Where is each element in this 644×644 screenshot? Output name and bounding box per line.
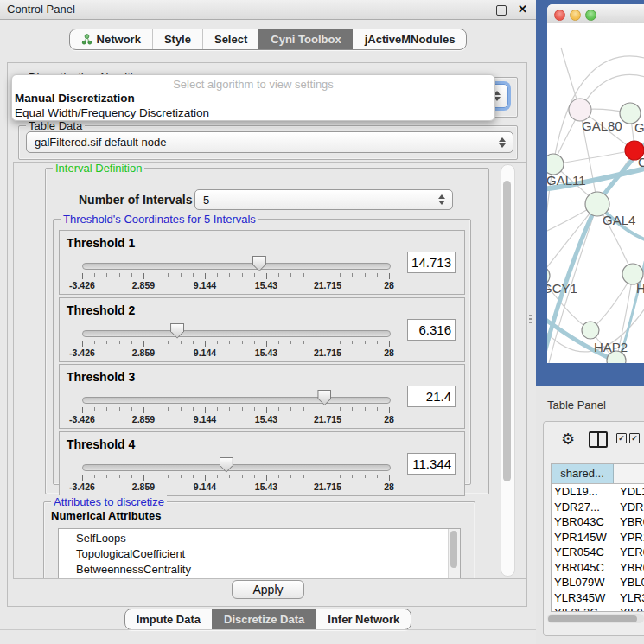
slider-track[interactable] — [82, 263, 391, 270]
network-node-label: GA — [634, 120, 644, 135]
close-icon[interactable]: ✕ — [518, 0, 527, 19]
table-hscrollbar[interactable] — [547, 614, 644, 623]
threshold-row: Threshold 2-3.4262.8599.14415.4321.71528… — [59, 297, 465, 362]
list-item-selfloops[interactable]: SelfLoops — [59, 531, 460, 546]
network-icon — [81, 34, 92, 45]
table-row[interactable]: YER054CYER0 — [552, 545, 644, 560]
threshold-value-field[interactable]: 6.316 — [407, 319, 456, 341]
slider-track[interactable] — [82, 464, 391, 471]
checkbox-icon-1[interactable]: ✓ — [616, 433, 627, 443]
slider-tick-label: -3.426 — [69, 348, 95, 358]
screen: Control Panel ✕ NetworkStyleSelectCyni T… — [0, 0, 644, 644]
slider-tick-label: 2.859 — [132, 481, 155, 492]
tab-jactivemnodules[interactable]: jActiveMNodules — [353, 29, 467, 49]
list-scrollbar-thumb[interactable] — [450, 531, 457, 568]
algorithm-option-equal-width-frequency-discretization[interactable]: Equal Width/Frequency Discretization — [12, 105, 494, 120]
tab-select[interactable]: Select — [202, 29, 258, 49]
tab-style[interactable]: Style — [152, 29, 202, 49]
slider-tick-label: 15.43 — [255, 348, 277, 358]
threshold-row: Threshold 4-3.4262.8599.14415.4321.71528… — [59, 431, 465, 496]
slider-tick-label: 2.859 — [132, 348, 155, 358]
slider-track[interactable] — [82, 397, 391, 404]
num-intervals-combobox[interactable]: 5 — [194, 189, 453, 210]
panel-splitter-handle[interactable] — [529, 315, 532, 325]
tab-network[interactable]: Network — [70, 29, 152, 49]
slider-tick-label: 2.859 — [132, 280, 155, 290]
tab-discretize-data[interactable]: Discretize Data — [212, 609, 316, 629]
network-window-frame: GAL80GACGAL11GAL4GCY1HHAP2 — [536, 0, 644, 386]
table-data-combobox[interactable]: galFiltered.sif default node — [26, 131, 513, 153]
zoom-traffic-light-icon[interactable] — [585, 10, 596, 21]
apply-button[interactable]: Apply — [232, 580, 304, 599]
cyni-toolbox-content: Discretization Algorithm Select algorith… — [7, 62, 527, 607]
table-row[interactable]: YBR045CYBR0 — [552, 560, 644, 576]
network-window-titlebar[interactable] — [547, 4, 644, 24]
table-row[interactable]: YDL19...YDL1 — [552, 484, 644, 500]
table-row[interactable]: YBR043CYBR0 — [552, 514, 644, 530]
shared-name-cell: YDR27... — [552, 500, 615, 515]
threshold-label: Threshold 3 — [67, 370, 135, 384]
tab-impute-data[interactable]: Impute Data — [125, 609, 212, 629]
threshold-value-field[interactable]: 11.344 — [407, 453, 456, 475]
slider-tick-label: 15.43 — [255, 414, 277, 424]
threshold-value-field[interactable]: 21.4 — [407, 386, 456, 407]
name-cell: YDL1 — [615, 484, 644, 500]
list-item-topologicalcoefficient[interactable]: TopologicalCoefficient — [59, 546, 460, 562]
table-row[interactable]: YIL052CYIL0 — [552, 605, 644, 612]
table-panel-title: Table Panel — [547, 399, 606, 411]
tab-infer-network[interactable]: Infer Network — [316, 609, 411, 629]
minimize-traffic-light-icon[interactable] — [570, 10, 581, 21]
numerical-attributes-list[interactable]: SelfLoopsTopologicalCoefficientBetweenne… — [58, 528, 461, 579]
group-title: Interval Definition — [53, 162, 144, 175]
slider-tick-label: 9.144 — [194, 481, 216, 492]
network-node-gal11[interactable] — [547, 154, 564, 175]
attributes-group: Attributes to discretize Numerical Attri… — [43, 501, 475, 579]
column-header-shared-name[interactable]: shared... — [552, 464, 614, 483]
shared-name-cell: YPR145W — [552, 530, 615, 545]
name-cell: YPR1 — [615, 530, 644, 545]
slider-tick-label: 15.43 — [255, 280, 277, 290]
network-node-label: GAL4 — [603, 213, 635, 227]
float-window-icon[interactable] — [496, 5, 507, 16]
tab-label: Infer Network — [328, 613, 399, 626]
name-cell: YDR2 — [615, 500, 644, 515]
columns-icon[interactable] — [589, 431, 608, 448]
name-cell: YBL0 — [615, 575, 644, 590]
algorithm-dropdown-list: Select algorithm to view settings Manual… — [11, 74, 495, 121]
table-data-group: Table Data galFiltered.sif default node — [18, 125, 518, 160]
table-row[interactable]: YLR345WYLR3 — [552, 590, 644, 606]
shared-name-cell: YDL19... — [552, 484, 615, 500]
shared-name-cell: YER054C — [552, 545, 615, 560]
list-item-betweennesscentrality[interactable]: BetweennessCentrality — [59, 562, 460, 577]
control-panel-titlebar: Control Panel ✕ — [0, 0, 536, 20]
shared-name-cell: YLR345W — [552, 590, 615, 606]
threshold-value-field[interactable]: 14.713 — [407, 252, 456, 273]
combo-arrows-icon — [438, 194, 445, 205]
table-row[interactable]: YDR27...YDR2 — [552, 500, 644, 515]
table-row[interactable]: YBL079WYBL0 — [552, 575, 644, 590]
settings-scroll-pane: Interval Definition Number of Intervals … — [13, 162, 526, 579]
table-hscrollbar-thumb[interactable] — [548, 615, 637, 622]
table-row[interactable]: YPR145WYPR1 — [552, 530, 644, 545]
group-title: Attributes to discretize — [51, 495, 167, 508]
slider-tick-label: 15.43 — [255, 481, 277, 492]
checkbox-icon-2[interactable]: ✓ — [629, 433, 640, 443]
network-node-hap2[interactable] — [582, 322, 599, 339]
close-traffic-light-icon[interactable] — [554, 10, 565, 21]
tab-label: Cyni Toolbox — [271, 33, 341, 46]
tab-cyni-toolbox[interactable]: Cyni Toolbox — [258, 29, 352, 49]
settings-scrollbar-thumb[interactable] — [503, 181, 511, 481]
slider-tick-label: 28 — [384, 481, 394, 492]
algorithm-option-manual-discretization[interactable]: Manual Discretization — [12, 91, 494, 105]
network-node-label: H — [636, 281, 644, 296]
network-canvas[interactable]: GAL80GACGAL11GAL4GCY1HHAP2 — [547, 23, 644, 363]
gear-icon[interactable]: ⚙ — [561, 430, 575, 449]
network-node-label: GAL11 — [547, 173, 586, 188]
threshold-coordinates-group: Threshold's Coordinates for 5 Intervals … — [53, 219, 471, 485]
list-scrollbar[interactable] — [448, 529, 460, 579]
network-node-label: GAL80 — [582, 118, 622, 133]
column-header-name[interactable]: na — [614, 464, 644, 483]
settings-scrollbar[interactable] — [501, 164, 515, 577]
slider-tick-label: 9.144 — [194, 414, 216, 424]
slider-track[interactable] — [82, 330, 391, 337]
